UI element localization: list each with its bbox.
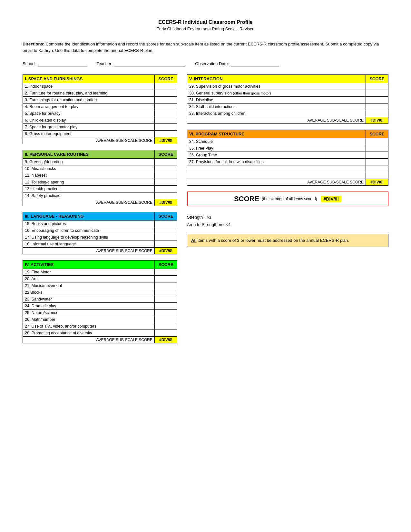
table-row: 9. Greeting/departing	[23, 159, 177, 165]
score-box-sub: (the average of all items scored)	[262, 197, 317, 201]
notice-box: All items with a score of 3 or lower mus…	[187, 234, 388, 247]
program-structure-avg-row: AVERAGE SUB-SCALE SCORE #DIV/0!	[187, 179, 388, 186]
table-row: 3. Furnishings for relaxation and comfor…	[23, 97, 177, 103]
left-column: I. SPACE AND FURNISHINGS SCORE 1. Indoor…	[23, 74, 177, 349]
table-row: 6. Child-related display	[23, 117, 177, 124]
page-title: ECERS-R Individual Classroom Profile	[23, 19, 388, 25]
table-row: 25. Nature/science	[23, 310, 177, 316]
interaction-header: V. INTERACTION SCORE	[187, 75, 388, 83]
table-row	[187, 165, 388, 172]
program-structure-header: VI. PROGRAM STRUCTURE SCORE	[187, 130, 388, 138]
program-structure-score-header: SCORE	[366, 130, 388, 138]
interaction-avg-row: AVERAGE SUB-SCALE SCORE #DIV/0!	[187, 117, 388, 124]
interaction-score-header: SCORE	[366, 75, 388, 83]
total-score-box: SCORE (the average of all items scored) …	[187, 192, 388, 206]
table-row: 14. Safety practices	[23, 192, 177, 199]
table-row: 15. Books and pictures	[23, 221, 177, 227]
program-structure-title: VI. PROGRAM STRUCTURE	[187, 130, 366, 138]
table-row: 22.Blocks	[23, 289, 177, 296]
table-row: 29. Supervision of gross motor activitie…	[187, 83, 388, 90]
strength-area: Strength= >3 Area to Strengthen= <4	[187, 213, 388, 229]
personal-care-score-header: SCORE	[155, 150, 177, 159]
personal-care-header: II. PERSONAL CARE ROUTINES SCORE	[23, 150, 177, 159]
table-row: 35. Free Play	[187, 145, 388, 152]
table-row: 33. Interactions among children	[187, 110, 388, 117]
table-row: 10. Meals/snacks	[23, 165, 177, 172]
program-structure-table: VI. PROGRAM STRUCTURE SCORE 34. Schedule…	[187, 130, 388, 186]
interaction-title: V. INTERACTION	[187, 75, 366, 83]
activities-table: IV. ACTIVITIES SCORE 19. Fine Motor 20. …	[23, 260, 177, 343]
table-row: 23. Sand/water	[23, 296, 177, 303]
school-line: School: Teacher: Observation Date:	[23, 61, 388, 66]
score-box-value: #DIV/0!	[321, 196, 341, 202]
activities-title: IV. ACTIVITIES	[23, 261, 155, 269]
right-column: V. INTERACTION SCORE 29. Supervision of …	[187, 74, 388, 349]
personal-care-avg-row: AVERAGE SUB-SCALE SCORE #DIV/0!	[23, 199, 177, 206]
table-row: 20. Art	[23, 276, 177, 282]
table-row: 5. Space for privacy	[23, 110, 177, 117]
school-field: School:	[23, 61, 87, 66]
table-row: 31. Discipline	[187, 97, 388, 103]
teacher-input[interactable]	[114, 61, 185, 66]
strength-line1: Strength= >3	[187, 213, 388, 221]
table-row: 28. Promoting acceptance of diversity	[23, 330, 177, 337]
table-row: 27. Use of T.V., video, and/or computers	[23, 323, 177, 330]
table-row: 16. Encouraging children to communicate	[23, 227, 177, 234]
table-row: 2. Furniture for routine care, play, and…	[23, 90, 177, 97]
space-furnishings-title: I. SPACE AND FURNISHINGS	[23, 75, 155, 83]
directions: Directions: Complete the identification …	[23, 41, 388, 54]
language-reasoning-header: III. LANGUAGE - REASONING SCORE	[23, 212, 177, 221]
language-reasoning-score-header: SCORE	[155, 212, 177, 221]
notice-rest: items with a score of 3 or lower must be…	[197, 238, 349, 243]
score-box-label: SCORE	[234, 195, 259, 203]
table-row: 12. Toileting/diapering	[23, 179, 177, 186]
observation-field: Observation Date:	[195, 61, 279, 66]
space-furnishings-header: I. SPACE AND FURNISHINGS SCORE	[23, 75, 177, 83]
table-row: 26. Math/number	[23, 316, 177, 323]
table-row: 24. Dramatic play	[23, 303, 177, 310]
table-row: 37. Provisions for children with disabil…	[187, 159, 388, 165]
teacher-field: Teacher:	[96, 61, 185, 66]
table-row	[187, 172, 388, 179]
table-row: 11. Nap/rest	[23, 172, 177, 179]
table-row: 36. Group Time	[187, 152, 388, 159]
table-row: 34. Schedule	[187, 138, 388, 145]
table-row: 7. Space for gross motor play	[23, 124, 177, 131]
page-subtitle: Early Childhood Environment Rating Scale…	[23, 26, 388, 31]
table-row: 21. Music/movement	[23, 282, 177, 289]
language-reasoning-avg-row: AVERAGE SUB-SCALE SCORE #DIV/0!	[23, 248, 177, 254]
language-reasoning-title: III. LANGUAGE - REASONING	[23, 212, 155, 221]
table-row: 4. Room arrangement for play	[23, 103, 177, 110]
table-row: 13. Health practices	[23, 186, 177, 192]
table-row: 32. Staff-child interactions	[187, 103, 388, 110]
interaction-table: V. INTERACTION SCORE 29. Supervision of …	[187, 74, 388, 124]
space-furnishings-avg-row: AVERAGE SUB-SCALE SCORE #DIV/0!	[23, 137, 177, 144]
table-row: 1. Indoor space	[23, 83, 177, 90]
language-reasoning-table: III. LANGUAGE - REASONING SCORE 15. Book…	[23, 212, 177, 254]
observation-input[interactable]	[231, 61, 279, 66]
space-furnishings-table: I. SPACE AND FURNISHINGS SCORE 1. Indoor…	[23, 74, 177, 144]
space-furnishings-score-header: SCORE	[155, 75, 177, 83]
table-row: 19. Fine Motor	[23, 269, 177, 276]
table-row: 30. General supervision (other than gros…	[187, 90, 388, 97]
activities-avg-row: AVERAGE SUB-SCALE SCORE #DIV/0!	[23, 337, 177, 343]
activities-score-header: SCORE	[155, 261, 177, 269]
personal-care-table: II. PERSONAL CARE ROUTINES SCORE 9. Gree…	[23, 150, 177, 206]
table-row: 17. Using language to develop reasoning …	[23, 234, 177, 241]
activities-header: IV. ACTIVITIES SCORE	[23, 261, 177, 269]
table-row: 8. Gross motor equipment	[23, 131, 177, 137]
notice-all: All	[191, 238, 197, 243]
personal-care-title: II. PERSONAL CARE ROUTINES	[23, 150, 155, 159]
strength-line2: Area to Strengthen= <4	[187, 221, 388, 228]
table-row: 18. Informal use of language	[23, 241, 177, 248]
school-input[interactable]	[38, 61, 87, 66]
